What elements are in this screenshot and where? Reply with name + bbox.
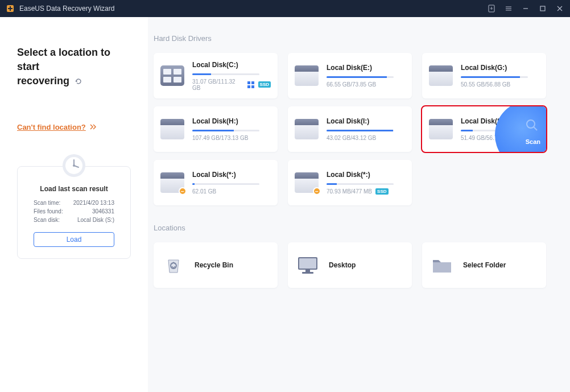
drive-size: 107.49 GB/173.13 GB	[192, 135, 271, 141]
scan-label: Scan	[526, 138, 540, 145]
svg-rect-11	[163, 77, 171, 82]
svg-rect-12	[174, 77, 181, 82]
drive-usage-bar	[192, 130, 259, 131]
drive-usage-bar	[327, 76, 394, 78]
titlebar-left: EaseUS Data Recovery Wizard	[6, 4, 114, 13]
app-body: Select a location to start recovering Ca…	[0, 17, 570, 392]
locations-section-label: Locations	[154, 224, 553, 232]
drive-name: Local Disk(E:)	[327, 64, 405, 72]
svg-rect-16	[251, 85, 254, 88]
svg-rect-2	[8, 8, 13, 9]
location-card-desktop[interactable]: Desktop	[288, 242, 412, 288]
drive-icon	[295, 65, 319, 86]
drive-info: Local Disk(C:)31.07 GB/111.32 GBSSD	[192, 61, 271, 91]
cant-find-label: Can't find location?	[17, 123, 86, 131]
drive-card-5[interactable]: Local Disk(S:)51.49 GB/56.78 GBScan	[422, 106, 546, 152]
svg-rect-21	[302, 272, 313, 274]
svg-rect-15	[247, 85, 250, 88]
drive-icon	[429, 65, 453, 86]
scan-time-label: Scan time:	[34, 200, 60, 206]
drive-name: Local Disk(C:)	[192, 61, 271, 69]
drive-card-7[interactable]: −Local Disk(*:)70.93 MB/477 MBSSD	[288, 160, 412, 205]
scan-button[interactable]: Scan	[495, 106, 546, 152]
folder-icon	[430, 253, 454, 277]
drive-card-4[interactable]: Local Disk(I:)43.02 GB/43.12 GB	[288, 106, 412, 152]
load-button[interactable]: Load	[34, 232, 114, 247]
drive-size: 50.55 GB/56.88 GB	[461, 81, 539, 88]
svg-rect-14	[251, 81, 254, 84]
drive-info: Local Disk(E:)66.55 GB/73.85 GB	[327, 64, 405, 88]
svg-rect-9	[163, 69, 171, 75]
scan-disk-label: Scan disk:	[34, 217, 60, 223]
app-title: EaseUS Data Recovery Wizard	[19, 5, 114, 13]
scan-row-disk: Scan disk: Local Disk (S:)	[34, 217, 114, 223]
windows-icon	[247, 81, 255, 89]
minimize-icon[interactable]	[521, 4, 530, 13]
svg-rect-10	[174, 69, 181, 75]
close-icon[interactable]	[555, 4, 564, 13]
scan-disk-value: Local Disk (S:)	[77, 217, 114, 223]
warning-icon: −	[179, 187, 187, 195]
drive-info: Local Disk(H:)107.49 GB/173.13 GB	[192, 117, 271, 141]
drive-icon: −	[160, 172, 184, 193]
drive-card-3[interactable]: Local Disk(H:)107.49 GB/173.13 GB	[154, 106, 278, 152]
location-name: Select Folder	[463, 261, 506, 269]
page-heading-line2-row: recovering	[17, 74, 131, 88]
drive-info: Local Disk(*:)62.01 GB	[192, 171, 271, 195]
main-panel: Hard Disk Drivers Local Disk(C:)31.07 GB…	[148, 17, 570, 392]
warning-icon: −	[313, 187, 321, 195]
scan-files-value: 3046331	[92, 208, 114, 214]
titlebar-controls	[487, 4, 564, 13]
drive-usage-bar	[327, 130, 394, 131]
titlebar: EaseUS Data Recovery Wizard	[0, 0, 570, 17]
drive-name: Local Disk(*:)	[192, 171, 271, 179]
recycle-icon	[162, 253, 185, 277]
drives-section-label: Hard Disk Drivers	[154, 34, 553, 43]
drive-icon: −	[295, 172, 319, 193]
drive-usage-bar	[327, 183, 394, 185]
ssd-badge: SSD	[375, 188, 388, 195]
search-icon	[524, 118, 539, 135]
location-name: Desktop	[329, 261, 356, 269]
drive-icon	[160, 119, 184, 139]
chevron-right-double-icon	[89, 124, 97, 130]
drive-size: 62.01 GB	[192, 188, 271, 195]
drive-size: 31.07 GB/111.32 GBSSD	[192, 79, 271, 91]
drive-icon	[160, 65, 184, 86]
maximize-icon[interactable]	[538, 4, 547, 13]
svg-rect-13	[247, 81, 250, 84]
svg-rect-8	[160, 65, 184, 86]
location-card-recycle[interactable]: Recycle Bin	[154, 242, 278, 288]
location-name: Recycle Bin	[195, 261, 233, 269]
locations-row: Recycle BinDesktopSelect Folder	[154, 242, 553, 288]
drive-card-0[interactable]: Local Disk(C:)31.07 GB/111.32 GBSSD	[154, 53, 278, 98]
download-icon[interactable]	[487, 4, 496, 13]
scan-files-label: Files found:	[34, 208, 63, 214]
menu-icon[interactable]	[504, 4, 513, 13]
location-card-folder[interactable]: Select Folder	[422, 242, 546, 288]
page-heading-line1: Select a location to start	[17, 46, 131, 74]
drive-card-6[interactable]: −Local Disk(*:)62.01 GB	[154, 160, 278, 205]
drive-size: 43.02 GB/43.12 GB	[327, 135, 405, 141]
drive-name: Local Disk(H:)	[192, 117, 271, 125]
drive-name: Local Disk(I:)	[327, 117, 405, 125]
clock-icon	[61, 153, 86, 178]
drive-info: Local Disk(*:)70.93 MB/477 MBSSD	[327, 171, 405, 195]
last-scan-title: Load last scan result	[40, 185, 108, 193]
scan-row-files: Files found: 3046331	[34, 208, 114, 214]
drive-name: Local Disk(G:)	[461, 64, 539, 72]
drive-icon	[295, 119, 319, 139]
scan-row-time: Scan time: 2021/4/20 13:13	[34, 200, 114, 206]
drive-size: 66.55 GB/73.85 GB	[327, 81, 405, 88]
drive-card-2[interactable]: Local Disk(G:)50.55 GB/56.88 GB	[422, 53, 546, 98]
scan-time-value: 2021/4/20 13:13	[73, 200, 114, 206]
drive-card-1[interactable]: Local Disk(E:)66.55 GB/73.85 GB	[288, 53, 412, 98]
drive-icon	[429, 119, 453, 139]
refresh-icon[interactable]	[74, 77, 83, 86]
app-logo-icon	[6, 4, 15, 13]
sidebar: Select a location to start recovering Ca…	[0, 17, 148, 392]
drive-name: Local Disk(*:)	[327, 171, 405, 179]
desktop-icon	[296, 253, 320, 277]
cant-find-location-link[interactable]: Can't find location?	[17, 123, 97, 131]
drive-grid: Local Disk(C:)31.07 GB/111.32 GBSSDLocal…	[154, 53, 553, 205]
